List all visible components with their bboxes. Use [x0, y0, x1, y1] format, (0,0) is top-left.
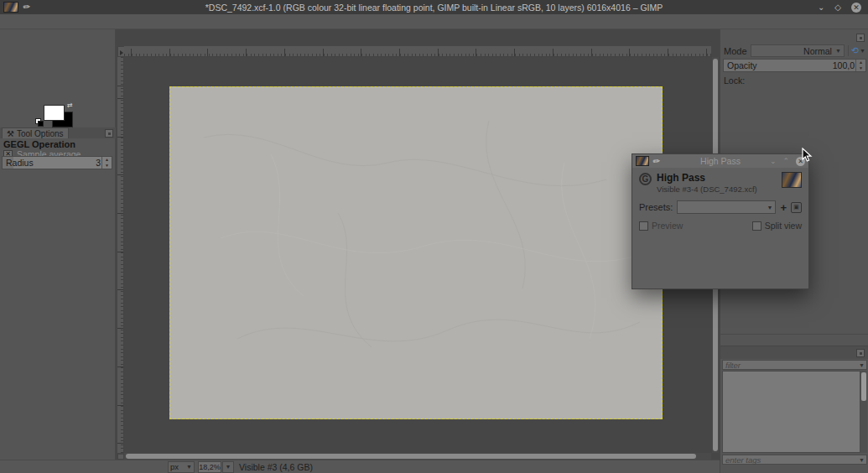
gimp-window: ✐ *DSC_7492.xcf-1.0 (RGB colour 32-bit l… — [0, 0, 868, 473]
minimize-button[interactable]: ⌄ — [818, 3, 824, 12]
default-colors-icon[interactable] — [35, 118, 43, 126]
gradients-toolbar — [720, 466, 868, 473]
dock-tab-bar — [720, 31, 868, 44]
opacity-slider[interactable]: Opacity 100,0 ▲▼ — [723, 59, 866, 72]
tool-options-icon: ⚒ — [7, 129, 14, 138]
split-view-checkbox[interactable] — [752, 221, 761, 231]
zoom-value[interactable]: 18,2% — [198, 461, 221, 473]
preview-checkbox[interactable] — [639, 221, 648, 231]
add-preset-button[interactable]: + — [780, 202, 787, 213]
radius-spinner[interactable]: ▲▼ — [101, 157, 112, 169]
lock-label: Lock: — [724, 75, 745, 86]
lock-row: Lock: — [724, 75, 749, 86]
vertical-ruler[interactable] — [117, 57, 124, 453]
image-canvas[interactable] — [169, 86, 663, 419]
unit-dropdown[interactable]: px ▼ — [168, 461, 195, 473]
toolbox: ⇄ ⚒ Tool Options GEGL Operation ✕ Sample… — [0, 29, 116, 460]
high-pass-preview-texture — [170, 87, 662, 418]
split-view-checkbox-row[interactable]: Split view — [752, 221, 802, 231]
tool-options-strip: ⚒ Tool Options — [0, 127, 116, 138]
mode-options-button[interactable]: ⟲ ▼ — [848, 45, 865, 56]
tags-input[interactable] — [723, 455, 859, 465]
window-title: *DSC_7492.xcf-1.0 (RGB colour 32-bit lin… — [0, 3, 868, 13]
manage-presets-button[interactable]: ▣ — [791, 202, 802, 213]
status-bar: px ▼ 18,2% ▼ Visible #3 (4,6 GB) — [0, 460, 720, 473]
status-message: Visible #3 (4,6 GB) — [239, 462, 313, 472]
gegl-operation-header: GEGL Operation — [3, 139, 75, 149]
window-image-thumbnail-icon — [3, 2, 18, 13]
horizontal-ruler[interactable] — [124, 46, 711, 57]
menu-bar — [0, 14, 868, 29]
chevron-down-icon: ▼ — [859, 457, 866, 463]
gradients-list — [722, 371, 860, 453]
close-button[interactable]: ✕ — [851, 3, 861, 13]
image-viewport[interactable] — [124, 57, 711, 453]
quick-mask-button[interactable] — [117, 454, 124, 460]
swap-colors-icon[interactable]: ⇄ — [67, 101, 73, 109]
tab-menu-button[interactable] — [105, 129, 113, 138]
chevron-down-icon[interactable]: ⌄ — [770, 157, 777, 165]
high-pass-dialog: ✐ High Pass ⌄ ⌃ ✕ G High Pass Visible #3… — [632, 153, 809, 289]
presets-row: Presets: ▼ + ▣ — [639, 200, 802, 214]
filter-input[interactable] — [723, 361, 859, 370]
gradients-tab-bar — [720, 346, 868, 359]
mode-reset-icon: ⟲ — [851, 45, 859, 56]
foreground-color-swatch[interactable] — [44, 105, 65, 121]
dialog-subtitle: Visible #3-4 (DSC_7492.xcf) — [657, 185, 757, 194]
canvas-area — [116, 29, 720, 460]
dialog-header: G High Pass Visible #3-4 (DSC_7492.xcf) — [639, 172, 802, 194]
radius-slider[interactable]: Radius 3 ▲▼ — [2, 156, 112, 169]
layers-toolbar — [720, 334, 868, 346]
chevron-down-icon: ▼ — [226, 464, 231, 470]
horizontal-scrollbar[interactable] — [124, 453, 711, 460]
presets-label: Presets: — [639, 202, 673, 212]
filter-row: ▼ — [722, 360, 867, 370]
opacity-spinner[interactable]: ▲▼ — [855, 60, 865, 71]
layer-thumbnail — [782, 172, 802, 188]
dialog-heading: High Pass — [657, 172, 757, 184]
title-bar: ✐ *DSC_7492.xcf-1.0 (RGB colour 32-bit l… — [0, 0, 868, 14]
mode-label: Mode — [724, 46, 747, 56]
chevron-down-icon: ▼ — [767, 205, 772, 211]
gradients-tab-menu-button[interactable] — [856, 349, 865, 357]
chevron-up-icon[interactable]: ⌃ — [782, 157, 789, 165]
presets-dropdown[interactable]: ▼ — [677, 200, 776, 214]
fg-bg-colors[interactable]: ⇄ — [44, 105, 77, 130]
dialog-title-bar[interactable]: ✐ High Pass ⌄ ⌃ ✕ — [632, 154, 808, 168]
unit-value: px — [170, 462, 179, 471]
preview-label: Preview — [652, 221, 683, 231]
opacity-value: 100,0 — [833, 60, 855, 70]
gradients-scrollbar[interactable] — [860, 371, 867, 453]
split-view-label: Split view — [765, 221, 802, 231]
preview-checkbox-row[interactable]: Preview — [639, 221, 683, 231]
opacity-label: Opacity — [727, 60, 757, 70]
mode-value: Normal — [803, 46, 832, 56]
layer-mode-row: Mode Normal ▼ ⟲ ▼ — [720, 44, 868, 58]
zoom-dropdown-button[interactable]: ▼ — [222, 461, 234, 473]
mode-dropdown[interactable]: Normal ▼ — [751, 44, 845, 57]
radius-value: 3 — [96, 158, 101, 168]
chevron-down-icon: ▼ — [859, 362, 866, 368]
chevron-down-icon: ▼ — [835, 48, 841, 54]
tool-options-label: Tool Options — [17, 129, 64, 138]
gegl-icon: G — [639, 173, 652, 185]
maximize-button[interactable]: ◇ — [834, 3, 841, 12]
layers-tab-menu-button[interactable] — [856, 34, 865, 42]
chevron-down-icon: ▼ — [186, 464, 192, 470]
chevron-down-icon: ▼ — [860, 48, 865, 54]
tags-row: ▼ — [722, 455, 867, 465]
radius-label: Radius — [6, 158, 34, 168]
dialog-close-icon[interactable]: ✕ — [796, 157, 805, 166]
tool-options-tab[interactable]: ⚒ Tool Options — [2, 127, 69, 138]
